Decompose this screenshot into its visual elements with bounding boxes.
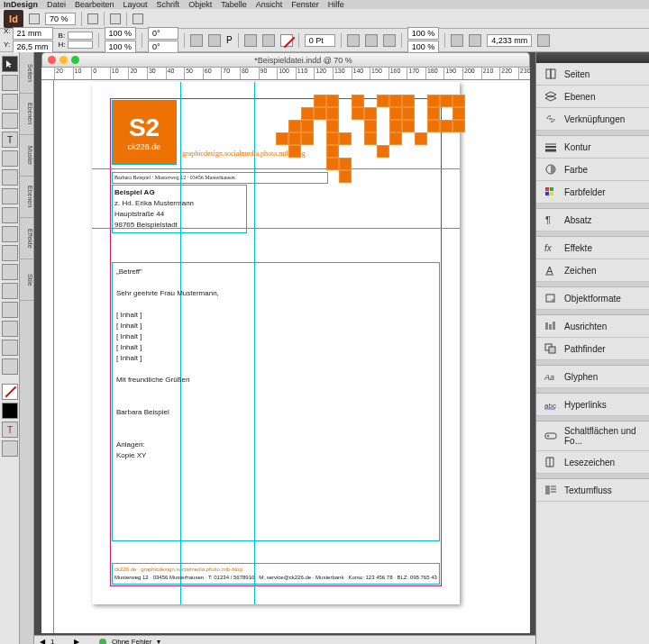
footer-frame[interactable]: ck226.de · graphicdesign.socialmedia.pho… [112,563,440,585]
eyedropper-tool[interactable] [2,321,18,337]
panel-swatches[interactable]: Farbfelder [536,181,649,204]
type-tool[interactable]: T [2,132,18,148]
scale-y-input[interactable]: 100 % [105,41,137,53]
panel-hyper[interactable]: abcHyperlinks [536,394,649,416]
panel-button[interactable]: Schaltflächen und Fo... [536,422,649,451]
flip-h-icon[interactable] [190,34,203,47]
pencil-tool[interactable] [2,188,18,204]
panel-path[interactable]: Pathfinder [536,338,649,360]
rectangle-frame-tool[interactable] [2,207,18,223]
page-next-icon[interactable]: ▶ [74,638,79,644]
menu-ansicht[interactable]: Ansicht [256,0,283,9]
rotate-input[interactable]: 0° [148,27,178,40]
zoom-button[interactable] [71,56,79,64]
fit-icon[interactable] [451,34,463,47]
hand-tool[interactable] [2,340,18,356]
panel-book[interactable]: Lesezeichen [536,451,649,474]
strip-tab[interactable]: Muster [20,135,33,177]
w-input[interactable] [68,32,93,40]
body-frame[interactable]: „Betreff" Sehr geehrte Frau Mustermann, … [112,262,440,541]
close-button[interactable] [48,56,56,64]
fit-icon-2[interactable] [469,34,481,47]
effects-icon[interactable] [365,34,378,47]
wrap-icon[interactable] [383,34,396,47]
panel-align[interactable]: Ausrichten [536,315,649,338]
shear-input[interactable]: 0° [148,41,178,53]
direct-selection-tool[interactable] [2,75,18,91]
measure-input[interactable]: 4,233 mm [487,34,532,47]
dock-header[interactable] [536,52,649,63]
panel-glyph[interactable]: AaGlyphen [536,366,649,388]
panel-objstyle[interactable]: Objektformate [536,287,649,310]
arrange-icon[interactable] [133,14,143,24]
panel-fx[interactable]: fxEffekte [536,237,649,259]
page-number-field[interactable]: 1 [50,638,69,644]
apply-color[interactable] [2,403,18,419]
scale-x-input[interactable]: 100 % [105,27,137,40]
panel-char[interactable]: AZeichen [536,259,649,282]
ruler-horizontal[interactable]: 2010010203040506070809010011012013014015… [41,68,530,80]
free-transform-tool[interactable] [2,264,18,280]
panel-wrap[interactable]: Textumfluss [536,479,649,502]
menu-bearbeiten[interactable]: Bearbeiten [75,0,114,9]
sender-frame[interactable]: Barbara Beispiel · Musterweg 12 · 03456 … [112,172,328,184]
x-input[interactable]: 21 mm [13,27,53,40]
menu-objekt[interactable]: Objekt [188,0,212,9]
preflight-status[interactable]: Ohne Fehler [112,638,151,644]
screen-mode-tool[interactable] [2,440,18,457]
stroke-weight-input[interactable]: 0 Pt [305,34,335,47]
gradient-tool[interactable] [2,283,18,299]
h-input[interactable] [68,41,93,49]
menu-hilfe[interactable]: Hilfe [328,0,344,9]
page-prev-icon[interactable]: ◀ [40,638,45,644]
strip-tab[interactable]: Stile [20,259,33,301]
scale-x2-input[interactable]: 100 % [407,27,440,40]
select-container-icon[interactable] [244,34,257,47]
strip-tab[interactable]: Effekte [20,218,33,259]
info-icon[interactable] [537,34,550,47]
fill-stroke-swap[interactable] [2,384,18,400]
flip-v-icon[interactable] [208,34,221,47]
bridge-icon[interactable] [29,14,40,24]
scale-y2-input[interactable]: 100 % [407,41,440,53]
canvas[interactable]: S2 ck226.de graphicdesign.socialmedia.ph… [54,80,530,633]
menu-indesign[interactable]: InDesign [4,0,38,9]
panel-layers[interactable]: Ebenen [536,86,649,108]
address-frame[interactable]: Beispiel AG z. Hd. Erika Mustermann Haup… [112,185,247,233]
panel-links[interactable]: Verknüpfungen [536,108,649,131]
strip-tab[interactable]: Ebenen [20,94,33,135]
page-tool[interactable] [2,94,18,110]
dropdown-icon[interactable]: ▾ [157,638,160,644]
menu-tabelle[interactable]: Tabelle [221,0,247,9]
corner-icon[interactable] [347,34,360,47]
rectangle-tool[interactable] [2,226,18,242]
menu-layout[interactable]: Layout [123,0,148,9]
fill-none-icon[interactable] [280,34,293,47]
panel-stroke[interactable]: Kontur [536,136,649,159]
selection-tool[interactable] [2,56,18,72]
zoom-tool[interactable] [2,358,18,375]
format-text-icon[interactable]: T [2,422,18,438]
panel-para[interactable]: ¶Absatz [536,209,649,231]
menu-fenster[interactable]: Fenster [291,0,319,9]
strip-tab[interactable]: Seiten [20,52,33,94]
menu-datei[interactable]: Datei [47,0,66,9]
page[interactable]: S2 ck226.de graphicdesign.socialmedia.ph… [92,82,460,604]
y-input[interactable]: 26,5 mm [13,41,53,53]
strip-tab[interactable]: Ebenen [20,177,33,218]
logo-frame[interactable]: S2 ck226.de [112,100,177,165]
note-tool[interactable] [2,302,18,318]
minimize-button[interactable] [59,56,68,64]
pen-tool[interactable] [2,169,18,186]
gap-tool[interactable] [2,113,18,129]
panel-pages[interactable]: Seiten [536,63,649,86]
panel-color[interactable]: Farbe [536,159,649,181]
view-dropdown-icon[interactable] [87,14,98,24]
select-content-icon[interactable] [262,34,275,47]
line-tool[interactable] [2,150,18,167]
menu-schrift[interactable]: Schrift [157,0,180,9]
ruler-vertical[interactable] [41,80,54,633]
screen-mode-icon[interactable] [110,14,121,24]
zoom-field[interactable]: 70 % [45,13,76,25]
scissors-tool[interactable] [2,245,18,261]
